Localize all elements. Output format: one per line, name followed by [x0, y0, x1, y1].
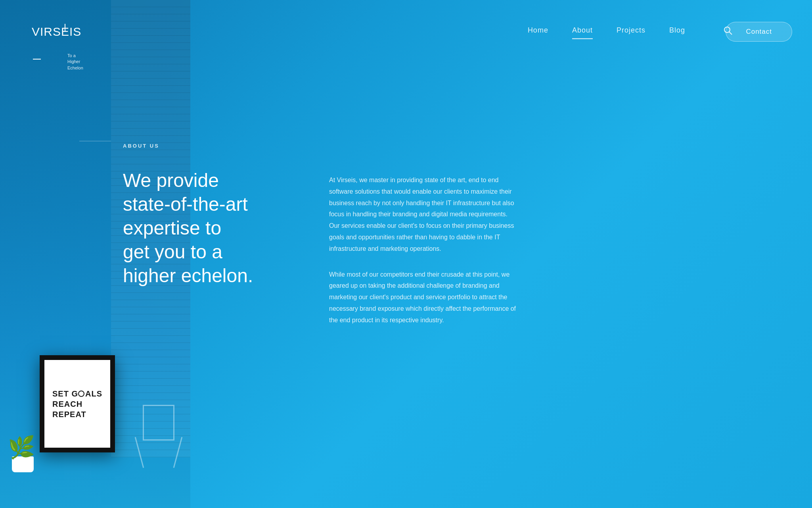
description-paragraph-2: While most of our competitors end their … — [329, 269, 519, 326]
nav-projects[interactable]: Projects — [617, 26, 645, 38]
contact-button[interactable]: Contact — [726, 22, 792, 42]
nav-blog[interactable]: Blog — [669, 26, 685, 38]
section-label: ABOUT US — [123, 143, 274, 149]
navigation: VIRSEIS Home About Projects Blog Contact — [0, 0, 812, 64]
logo[interactable]: VIRSEIS — [32, 25, 81, 38]
description-paragraph-1: At Virseis, we master in providing state… — [329, 175, 519, 255]
content-left: ABOUT US We provide state-of-the-art exp… — [0, 64, 297, 508]
content-right: At Virseis, we master in providing state… — [297, 64, 812, 508]
nav-home[interactable]: Home — [528, 26, 548, 38]
main-heading: We provide state-of-the-art expertise to… — [123, 169, 274, 288]
nav-links: Home About Projects Blog — [528, 26, 685, 38]
nav-about[interactable]: About — [572, 26, 593, 38]
main-content: ABOUT US We provide state-of-the-art exp… — [0, 64, 812, 508]
